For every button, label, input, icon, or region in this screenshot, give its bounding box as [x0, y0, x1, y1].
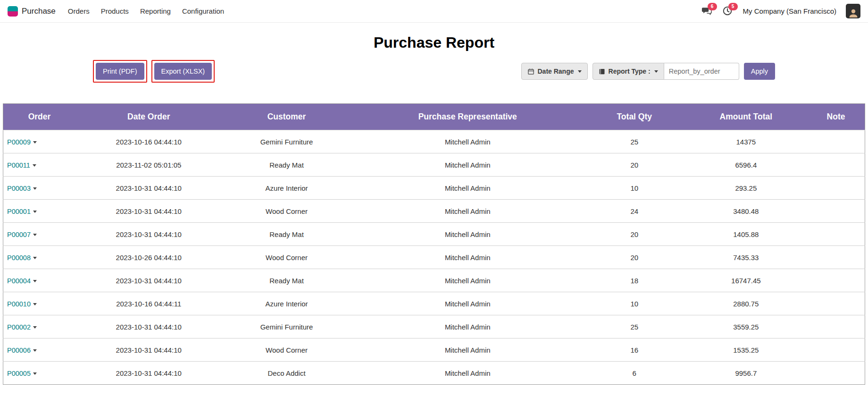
messages-badge: 6 [708, 3, 717, 10]
order-link[interactable]: P00006 [7, 347, 37, 354]
report-type-dropdown[interactable]: Report Type : [593, 63, 664, 80]
cell-order: P00008 [3, 246, 75, 269]
book-icon [599, 68, 606, 75]
filter-actions: Date Range Report Type : Apply [521, 63, 775, 80]
table-row: P00011 2023-11-02 05:01:05 Ready Mat Mit… [3, 153, 865, 177]
cell-note [807, 153, 865, 177]
apply-button[interactable]: Apply [744, 63, 775, 80]
order-number: P00011 [7, 161, 30, 169]
cell-customer: Ready Mat [222, 153, 351, 177]
cell-total-qty: 20 [584, 153, 685, 177]
export-xlsx-button[interactable]: Export (XLSX) [154, 63, 212, 80]
header-purchase-representative: Purchase Representative [351, 104, 584, 130]
cell-purchase-representative: Mitchell Admin [351, 153, 584, 177]
cell-date-order: 2023-10-26 04:44:10 [75, 246, 222, 269]
order-link[interactable]: P00003 [7, 185, 37, 192]
header-date-order: Date Order [75, 104, 222, 130]
table-row: P00002 2023-10-31 04:44:10 Gemini Furnit… [3, 315, 865, 338]
cell-date-order: 2023-10-31 04:44:10 [75, 223, 222, 246]
chevron-down-icon [33, 234, 37, 236]
chevron-down-icon [33, 164, 36, 167]
menu-item-products[interactable]: Products [101, 7, 129, 15]
date-range-dropdown[interactable]: Date Range [521, 63, 587, 80]
cell-date-order: 2023-10-31 04:44:10 [75, 315, 222, 338]
chevron-down-icon [578, 70, 582, 73]
report-toolbar: Print (PDF) Export (XLSX) Date Range Rep… [0, 60, 868, 83]
order-link[interactable]: P00010 [7, 300, 37, 308]
user-avatar[interactable] [846, 4, 860, 18]
activities-badge: 5 [728, 3, 738, 10]
cell-note [807, 177, 865, 200]
print-pdf-button[interactable]: Print (PDF) [96, 63, 144, 80]
order-link[interactable]: P00009 [7, 138, 37, 146]
cell-note [807, 338, 865, 362]
order-link[interactable]: P00011 [7, 161, 36, 169]
cell-order: P00007 [3, 223, 75, 246]
cell-order: P00009 [3, 130, 75, 153]
cell-date-order: 2023-10-31 04:44:10 [75, 338, 222, 362]
cell-total-qty: 25 [584, 315, 685, 338]
order-number: P00009 [7, 138, 31, 146]
cell-amount-total: 3559.25 [685, 315, 807, 338]
cell-order: P00010 [3, 292, 75, 315]
order-link[interactable]: P00008 [7, 254, 37, 262]
cell-customer: Azure Interior [222, 177, 351, 200]
order-number: P00010 [7, 300, 31, 308]
order-link[interactable]: P00002 [7, 323, 37, 331]
chevron-down-icon [33, 187, 37, 190]
order-link[interactable]: P00005 [7, 370, 37, 377]
cell-note [807, 292, 865, 315]
cell-customer: Ready Mat [222, 223, 351, 246]
table-row: P00007 2023-10-31 04:44:10 Ready Mat Mit… [3, 223, 865, 246]
cell-total-qty: 10 [584, 177, 685, 200]
cell-purchase-representative: Mitchell Admin [351, 269, 584, 292]
messages-button[interactable]: 6 [701, 6, 713, 17]
chevron-down-icon [654, 70, 658, 73]
menu-item-configuration[interactable]: Configuration [182, 7, 224, 15]
cell-order: P00004 [3, 269, 75, 292]
order-number: P00004 [7, 277, 31, 285]
app-name: Purchase [22, 7, 56, 16]
table-row: P00006 2023-10-31 04:44:10 Wood Corner M… [3, 338, 865, 362]
cell-amount-total: 1535.25 [685, 338, 807, 362]
cell-customer: Wood Corner [222, 246, 351, 269]
table-row: P00004 2023-10-31 04:44:10 Ready Mat Mit… [3, 269, 865, 292]
order-number: P00005 [7, 370, 31, 377]
cell-purchase-representative: Mitchell Admin [351, 292, 584, 315]
cell-date-order: 2023-10-31 04:44:10 [75, 200, 222, 223]
order-link[interactable]: P00001 [7, 208, 37, 215]
report-type-input[interactable] [664, 63, 739, 80]
activities-button[interactable]: 5 [722, 6, 734, 17]
order-link[interactable]: P00007 [7, 231, 37, 238]
app-brand[interactable]: Purchase [8, 6, 56, 17]
header-amount-total: Amount Total [685, 104, 807, 130]
cell-amount-total: 7435.33 [685, 246, 807, 269]
table-row: P00001 2023-10-31 04:44:10 Wood Corner M… [3, 200, 865, 223]
cell-order: P00005 [3, 362, 75, 385]
order-number: P00007 [7, 231, 31, 238]
chevron-down-icon [33, 141, 37, 144]
company-switcher[interactable]: My Company (San Francisco) [743, 7, 836, 15]
order-number: P00001 [7, 208, 31, 215]
order-number: P00003 [7, 185, 31, 192]
cell-purchase-representative: Mitchell Admin [351, 130, 584, 153]
order-link[interactable]: P00004 [7, 277, 37, 285]
table-row: P00010 2023-10-16 04:44:11 Azure Interio… [3, 292, 865, 315]
chevron-down-icon [33, 326, 37, 329]
menu-item-reporting[interactable]: Reporting [140, 7, 171, 15]
order-number: P00008 [7, 254, 31, 262]
cell-order: P00006 [3, 338, 75, 362]
cell-customer: Ready Mat [222, 269, 351, 292]
cell-note [807, 362, 865, 385]
cell-amount-total: 2880.75 [685, 292, 807, 315]
cell-purchase-representative: Mitchell Admin [351, 200, 584, 223]
cell-order: P00002 [3, 315, 75, 338]
cell-amount-total: 9956.7 [685, 362, 807, 385]
menu-item-orders[interactable]: Orders [68, 7, 90, 15]
cell-customer: Deco Addict [222, 362, 351, 385]
header-note: Note [807, 104, 865, 130]
cell-purchase-representative: Mitchell Admin [351, 246, 584, 269]
header-order: Order [3, 104, 75, 130]
cell-total-qty: 18 [584, 269, 685, 292]
cell-date-order: 2023-10-31 04:44:10 [75, 362, 222, 385]
